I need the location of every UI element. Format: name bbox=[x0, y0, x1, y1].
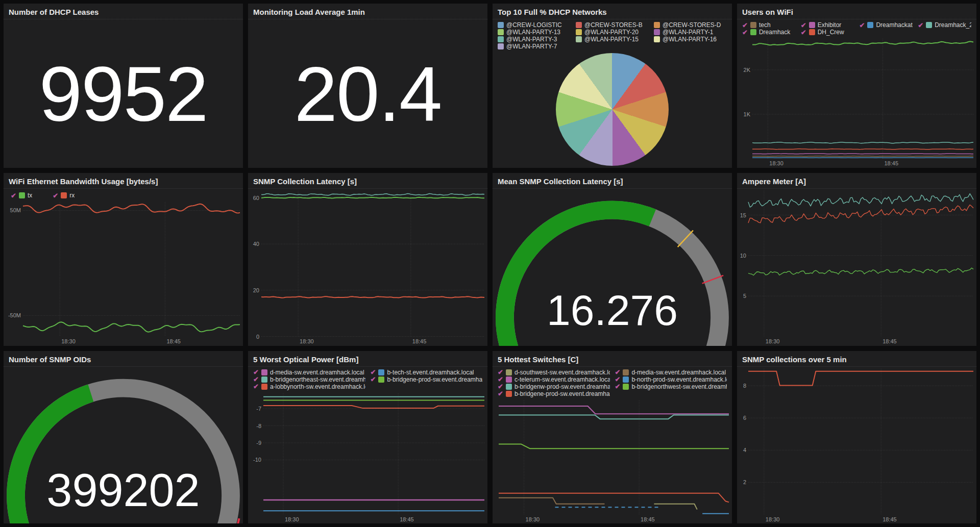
legend-item[interactable]: @WLAN-PARTY-15 bbox=[576, 36, 649, 43]
panel-title[interactable]: WiFi Ethernet Bandwidth Usage [bytes/s] bbox=[4, 173, 243, 189]
panel-title[interactable]: Number of DHCP Leases bbox=[4, 4, 243, 19]
panel-worst-optical-power: 5 Worst Optical Power [dBm] ✔d-media-sw.… bbox=[248, 351, 487, 524]
panel-title[interactable]: 5 Hottest Switches [C] bbox=[493, 351, 732, 367]
dhcp-networks-pie-chart[interactable] bbox=[493, 51, 732, 168]
legend-item[interactable]: ✔c-telerum-sw.event.dreamhack.local bbox=[498, 376, 610, 383]
legend-item[interactable]: @CREW-STORES-D bbox=[654, 21, 727, 29]
legend: ✔d-media-sw.event.dreamhack.local✔b-tech… bbox=[248, 367, 487, 391]
svg-text:50M: 50M bbox=[10, 207, 21, 213]
pie-chart-graphic[interactable] bbox=[556, 53, 669, 166]
svg-text:0: 0 bbox=[256, 334, 259, 340]
snmp-latency-chart[interactable]: 604020018:3018:45 bbox=[248, 189, 487, 346]
svg-text:8: 8 bbox=[743, 383, 746, 389]
legend-swatch bbox=[654, 29, 660, 35]
legend-check-icon: ✔ bbox=[498, 383, 503, 390]
legend-label: c-telerum-sw.event.dreamhack.local bbox=[514, 376, 610, 383]
panel-monitoring-load-average: Monitoring Load Average 1min 20.4 bbox=[248, 4, 487, 168]
snmp-collections-chart[interactable]: 864218:3018:45 bbox=[737, 367, 976, 524]
legend-label: @WLAN-PARTY-3 bbox=[506, 36, 557, 43]
svg-text:-9: -9 bbox=[256, 440, 261, 446]
stat-value: 20.4 bbox=[248, 19, 487, 168]
panel-hottest-switches: 5 Hottest Switches [C] ✔d-southwest-sw.e… bbox=[493, 351, 732, 524]
panel-title[interactable]: SNMP collections over 5 min bbox=[737, 351, 976, 367]
svg-text:18:45: 18:45 bbox=[166, 338, 181, 344]
legend-item[interactable]: ✔Exhibitor bbox=[801, 21, 854, 29]
legend-label: a-lobbynorth-sw.event.dreamhack.local bbox=[270, 383, 365, 390]
svg-text:18:30: 18:30 bbox=[526, 516, 540, 522]
svg-text:18:30: 18:30 bbox=[61, 338, 76, 344]
svg-text:18:45: 18:45 bbox=[400, 516, 414, 522]
svg-text:40: 40 bbox=[253, 241, 259, 247]
legend-item[interactable]: ✔b-bridgene-prod-sw.event.dreamhack.loca… bbox=[498, 390, 610, 397]
chart-svg: 864218:3018:45 bbox=[737, 367, 976, 524]
legend-item[interactable]: ✔b-north-prod-sw.event.dreamhack.local bbox=[615, 376, 727, 383]
svg-text:5: 5 bbox=[743, 293, 746, 299]
legend-swatch bbox=[576, 29, 582, 35]
legend-swatch bbox=[19, 192, 25, 198]
legend-item[interactable]: ✔Dreamhack_2.4 bbox=[918, 21, 971, 29]
legend-swatch bbox=[506, 384, 512, 390]
legend-label: tx bbox=[28, 192, 32, 199]
ampere-meter-chart[interactable]: 1510518:3018:45 bbox=[737, 189, 976, 346]
panel-title[interactable]: 5 Worst Optical Power [dBm] bbox=[248, 351, 487, 367]
panel-title[interactable]: Mean SNMP Collection Latency [s] bbox=[493, 173, 732, 189]
panel-title[interactable]: SNMP Collection Latency [s] bbox=[248, 173, 487, 189]
panel-number-of-snmp-oids-gauge: Number of SNMP OIDs 399202 bbox=[4, 351, 243, 524]
users-on-wifi-chart[interactable]: 2K1K18:3018:45 bbox=[737, 37, 976, 168]
legend-check-icon: ✔ bbox=[860, 22, 865, 29]
legend-swatch bbox=[378, 377, 384, 383]
legend-item[interactable]: ✔d-media-sw.event.dreamhack.local bbox=[615, 369, 727, 376]
svg-text:-10: -10 bbox=[253, 457, 261, 463]
legend-swatch bbox=[506, 369, 512, 375]
legend-item[interactable]: @WLAN-PARTY-3 bbox=[498, 36, 571, 43]
svg-text:20: 20 bbox=[253, 287, 259, 293]
legend-item[interactable]: ✔d-southwest-sw.event.dreamhack.local bbox=[498, 369, 610, 376]
chart-svg: 18:3018:45 bbox=[493, 398, 732, 524]
legend-label: Dreamhackathon bbox=[876, 21, 913, 29]
gauge-value: 16.276 bbox=[493, 289, 732, 332]
legend: @CREW-LOGISTIC@CREW-STORES-B@CREW-STORES… bbox=[493, 19, 732, 51]
legend-item[interactable]: ✔b-bridgenw-prod-sw.event.dreamhack.loca… bbox=[498, 383, 610, 390]
wifi-bandwidth-chart[interactable]: 50M-50M18:3018:45 bbox=[4, 200, 243, 346]
legend-item[interactable]: ✔d-media-sw.event.dreamhack.local bbox=[253, 369, 365, 376]
panel-title[interactable]: Ampere Meter [A] bbox=[737, 173, 976, 189]
hottest-switches-chart[interactable]: 18:3018:45 bbox=[493, 398, 732, 524]
legend-item[interactable]: @WLAN-PARTY-13 bbox=[498, 29, 571, 36]
svg-text:10: 10 bbox=[740, 253, 746, 259]
panel-snmp-collections-5min: SNMP collections over 5 min 864218:3018:… bbox=[737, 351, 976, 524]
legend-item[interactable]: ✔b-bridgenortheast-sw.event.dreamhack.lo… bbox=[253, 376, 365, 383]
legend-item[interactable]: ✔b-bridgenorthwest-sw.event.dreamhack.lo… bbox=[615, 383, 727, 390]
legend-item[interactable]: @CREW-LOGISTIC bbox=[498, 21, 571, 29]
legend-item[interactable]: ✔b-bridgene-prod-sw.event.dreamhack.loca… bbox=[371, 376, 483, 383]
legend-label: @CREW-LOGISTIC bbox=[506, 21, 562, 29]
panel-title[interactable]: Number of SNMP OIDs bbox=[4, 351, 243, 367]
panel-title[interactable]: Top 10 Full % DHCP Networks bbox=[493, 4, 732, 19]
legend: ✔tech✔Exhibitor✔Dreamhackathon✔Dreamhack… bbox=[737, 19, 976, 37]
svg-text:18:45: 18:45 bbox=[883, 516, 897, 522]
legend-item[interactable]: ✔rx bbox=[53, 192, 75, 199]
chart-svg: 1510518:3018:45 bbox=[737, 189, 976, 346]
panel-users-on-wifi: Users on WiFi ✔tech✔Exhibitor✔Dreamhacka… bbox=[737, 4, 976, 168]
legend-item[interactable]: @WLAN-PARTY-20 bbox=[576, 29, 649, 36]
svg-text:18:30: 18:30 bbox=[285, 516, 299, 522]
legend-label: d-southwest-sw.event.dreamhack.local bbox=[514, 369, 610, 376]
legend-label: b-north-prod-sw.event.dreamhack.local bbox=[631, 376, 727, 383]
legend-item[interactable]: ✔a-lobbynorth-sw.event.dreamhack.local bbox=[253, 383, 365, 390]
legend-item[interactable]: ✔DH_Crew bbox=[801, 29, 854, 36]
legend-item[interactable]: ✔tech bbox=[742, 21, 796, 29]
svg-text:-8: -8 bbox=[256, 422, 261, 429]
legend-swatch bbox=[261, 384, 267, 390]
legend-item[interactable]: ✔Dreamhack bbox=[742, 29, 796, 36]
legend-item[interactable]: @WLAN-PARTY-1 bbox=[654, 29, 727, 36]
legend-item[interactable]: @CREW-STORES-B bbox=[576, 21, 649, 29]
optical-power-chart[interactable]: -7-8-9-1018:3018:45 bbox=[248, 391, 487, 524]
legend-item[interactable]: ✔Dreamhackathon bbox=[860, 21, 913, 29]
svg-text:6: 6 bbox=[743, 415, 746, 421]
panel-title[interactable]: Monitoring Load Average 1min bbox=[248, 4, 487, 19]
panel-title[interactable]: Users on WiFi bbox=[737, 4, 976, 19]
legend-item[interactable]: ✔b-tech-st.event.dreamhack.local bbox=[371, 369, 483, 376]
legend-item[interactable]: @WLAN-PARTY-7 bbox=[498, 43, 571, 50]
panel-number-of-dhcp-leases: Number of DHCP Leases 9952 bbox=[4, 4, 243, 168]
legend-item[interactable]: @WLAN-PARTY-16 bbox=[654, 36, 727, 43]
legend-item[interactable]: ✔tx bbox=[11, 192, 32, 199]
